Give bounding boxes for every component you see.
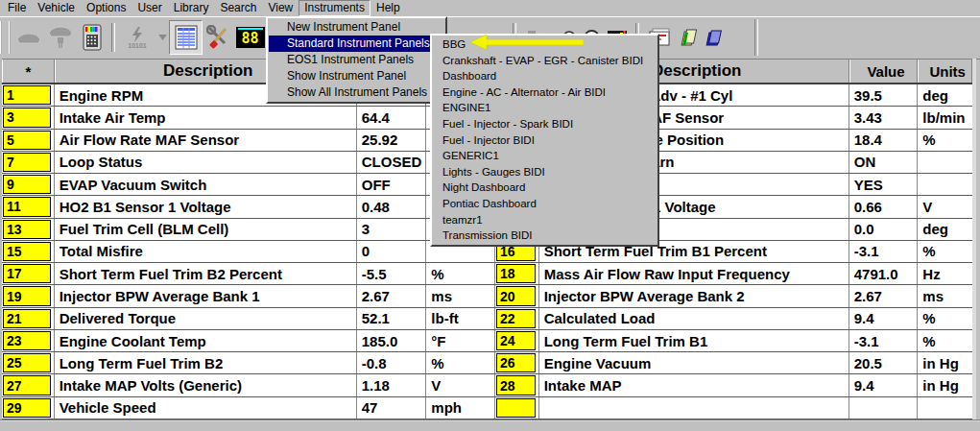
value-cell: 64.4 xyxy=(357,107,427,128)
submenu-item-transmission-bidi[interactable]: Transmission BIDI xyxy=(433,227,657,244)
units-cell: V xyxy=(426,374,495,395)
value-cell: 2.67 xyxy=(849,285,919,306)
led-display-button[interactable]: 88 xyxy=(234,21,266,54)
menu-item-show-all-instrument-panels[interactable]: Show All Instrument Panels xyxy=(269,84,444,101)
vehicle-offline-button[interactable] xyxy=(12,21,44,54)
header-num-left[interactable]: * xyxy=(2,60,55,83)
table-row[interactable]: 29Vehicle Speed47mph xyxy=(2,397,972,419)
submenu-item-teamzr1[interactable]: teamzr1 xyxy=(433,212,657,228)
row-number-cell[interactable]: 17 xyxy=(2,263,55,284)
row-number-badge: 5 xyxy=(3,131,51,150)
submenu-item-dashboard[interactable]: Dashboard xyxy=(433,68,657,84)
row-number-cell[interactable]: 13 xyxy=(2,219,55,240)
row-number-cell[interactable]: 24 xyxy=(495,330,539,351)
row-number-cell[interactable]: 5 xyxy=(2,130,55,151)
submenu-item-pontiac-dashboard[interactable]: Pontiac Dashboard xyxy=(433,196,657,212)
row-number-cell[interactable]: 19 xyxy=(2,285,55,306)
menu-item-show-instrument-panel[interactable]: Show Instrument Panel▶ xyxy=(269,68,444,84)
menu-item-new-instrument-panel[interactable]: New Instrument Panel xyxy=(269,19,444,36)
row-number-badge: 15 xyxy=(3,242,51,261)
row-number-cell[interactable]: 21 xyxy=(2,308,55,329)
menu-search[interactable]: Search xyxy=(214,0,262,16)
row-number-cell[interactable]: 15 xyxy=(2,241,55,262)
row-number-cell[interactable]: 9 xyxy=(2,174,55,195)
description-cell: Total Misfire xyxy=(55,241,357,262)
value-cell xyxy=(849,397,919,419)
menu-instruments[interactable]: Instruments xyxy=(299,0,370,16)
menu-file[interactable]: File xyxy=(2,0,32,16)
units-cell: ms xyxy=(426,285,495,306)
submenu-item-fuel-injector-spark-bidi[interactable]: Fuel - Injector - Spark BIDI xyxy=(433,116,657,132)
vehicle-connect-button[interactable] xyxy=(44,21,76,54)
value-cell: YES xyxy=(849,174,919,195)
value-cell: 47 xyxy=(357,397,427,419)
datastream-dropdown-button[interactable] xyxy=(155,21,169,54)
row-number-badge: 22 xyxy=(496,309,536,328)
row-number-cell[interactable]: 22 xyxy=(495,308,539,329)
toolbar-drag-handle[interactable] xyxy=(0,21,11,54)
submenu-item-night-dashboard[interactable]: Night Dashboard xyxy=(433,180,657,196)
row-number-badge: 24 xyxy=(496,331,536,350)
table-row[interactable]: 25Long Term Fuel Trim B2-0.8%26Engine Va… xyxy=(2,352,972,374)
row-number-badge: 18 xyxy=(496,264,536,283)
description-cell: Injector BPW Average Bank 2 xyxy=(539,285,849,306)
submenu-item-engine1[interactable]: ENGINE1 xyxy=(433,100,657,116)
instruments-dropdown-menu: New Instrument PanelStandard Instrument … xyxy=(266,16,447,104)
row-number-badge: 13 xyxy=(3,220,51,239)
row-number-cell[interactable]: 26 xyxy=(495,352,539,373)
tools-button[interactable] xyxy=(203,21,234,54)
row-number-cell[interactable]: 28 xyxy=(495,374,539,395)
table-row[interactable]: 17Short Term Fuel Trim B2 Percent-5.5%18… xyxy=(2,263,972,285)
library-books-button[interactable] xyxy=(675,21,725,54)
units-cell: deg xyxy=(918,84,972,106)
header-units-right[interactable]: Units xyxy=(918,60,972,83)
row-number-cell[interactable]: 27 xyxy=(2,374,55,395)
description-cell: Engine Vacuum xyxy=(539,352,849,373)
submenu-item-engine-ac-alternator-air-bidi[interactable]: Engine - AC - Alternator - Air BIDI xyxy=(433,84,657,101)
table-row[interactable]: 21Delivered Torque52.1lb-ft22Calculated … xyxy=(2,308,972,330)
row-number-cell[interactable]: 3 xyxy=(2,107,55,128)
menu-item-eos1-instrument-panels[interactable]: EOS1 Instrument Panels▶ xyxy=(269,52,444,68)
submenu-item-generic1[interactable]: GENERIC1 xyxy=(433,148,657,164)
menu-vehicle[interactable]: Vehicle xyxy=(32,0,81,16)
row-number-cell[interactable]: 11 xyxy=(2,196,55,217)
row-number-badge: 11 xyxy=(3,197,51,216)
submenu-item-crankshaft-evap-egr-canister-bidi[interactable]: Crankshaft - EVAP - EGR - Canister BIDI xyxy=(433,53,657,69)
submenu-item-lights-gauges-bidi[interactable]: Lights - Gauges BIDI xyxy=(433,164,657,180)
toolbar-end-divider xyxy=(754,19,758,56)
row-number-cell[interactable]: 25 xyxy=(2,352,55,373)
row-number-cell[interactable]: 7 xyxy=(2,152,55,173)
value-cell: 39.5 xyxy=(849,84,919,106)
table-row[interactable]: 23Engine Coolant Temp185.0°F24Long Term … xyxy=(2,330,972,352)
menu-library[interactable]: Library xyxy=(168,0,215,16)
units-cell: % xyxy=(426,352,495,373)
units-cell: % xyxy=(918,241,972,262)
row-number-cell[interactable]: 29 xyxy=(2,397,55,419)
row-number-badge: 29 xyxy=(3,398,51,418)
menu-options[interactable]: Options xyxy=(81,0,131,16)
row-number-cell[interactable]: 20 xyxy=(495,285,539,306)
row-number-cell[interactable]: 18 xyxy=(495,263,539,284)
description-cell: Engine Coolant Temp xyxy=(55,330,357,351)
table-row[interactable]: 27Intake MAP Volts (Generic)1.18V28Intak… xyxy=(2,374,972,396)
menu-help[interactable]: Help xyxy=(370,0,406,16)
units-cell: lb-ft xyxy=(426,308,495,329)
header-value-right[interactable]: Value xyxy=(849,60,919,83)
data-table-view-button[interactable] xyxy=(169,20,203,55)
table-row[interactable]: 19Injector BPW Average Bank 12.67ms20Inj… xyxy=(2,285,972,307)
menu-view[interactable]: View xyxy=(262,0,299,16)
units-cell: ms xyxy=(918,285,972,306)
row-number-cell[interactable]: 23 xyxy=(2,330,55,351)
row-number-badge: 19 xyxy=(3,286,51,305)
scan-tool-button[interactable] xyxy=(76,21,108,54)
row-number-cell[interactable]: 1 xyxy=(2,84,55,106)
data-table-icon xyxy=(175,25,198,50)
menu-item-standard-instrument-panels[interactable]: Standard Instrument Panels▶ xyxy=(269,36,444,52)
value-cell: 4791.0 xyxy=(849,263,919,284)
value-cell: 9.4 xyxy=(849,308,919,329)
menu-user[interactable]: User xyxy=(131,0,167,16)
row-number-cell[interactable] xyxy=(495,397,539,419)
submenu-item-fuel-injector-bidi[interactable]: Fuel - Injector BIDI xyxy=(433,132,657,149)
datastream-button[interactable]: 10101 xyxy=(119,21,155,54)
row-number-badge: 23 xyxy=(3,331,51,350)
